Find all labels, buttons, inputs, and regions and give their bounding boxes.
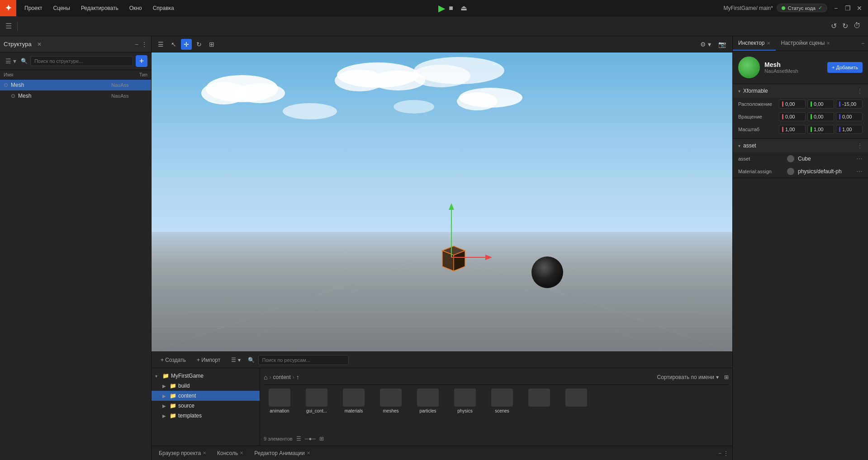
add-node-button[interactable]: + xyxy=(136,55,147,67)
scale-y-field[interactable]: 1,00 xyxy=(807,125,834,134)
upload-button[interactable]: ⏏ xyxy=(460,4,467,12)
file-item-particles[interactable]: particles xyxy=(412,389,444,413)
xformable-header[interactable]: ▾ Xformable ⋮ xyxy=(733,84,868,98)
asset-menu-icon[interactable]: ⋯ xyxy=(856,155,863,162)
panel-minimize-icon[interactable]: − xyxy=(135,41,138,48)
file-item-meshes[interactable]: meshes xyxy=(375,389,407,413)
resource-search-input[interactable] xyxy=(258,355,349,365)
filter-resources-icon[interactable]: ☰ ▾ xyxy=(228,356,244,364)
settings-icon[interactable]: ⚙ ▾ xyxy=(697,39,714,50)
tab-close-icon[interactable]: ✕ xyxy=(203,451,206,455)
tree-item-myfirstgame[interactable]: ▾ 📁 MyFirstGame xyxy=(152,371,260,381)
viewport[interactable] xyxy=(152,52,732,351)
menu-help[interactable]: Справка xyxy=(148,3,179,13)
scene-settings-tab-close[interactable]: ✕ xyxy=(826,41,830,46)
undo-button[interactable]: ↺ xyxy=(829,20,839,32)
structure-search-input[interactable] xyxy=(30,56,133,66)
add-component-button[interactable]: + Добавить xyxy=(827,62,863,73)
grid-view-icon[interactable]: ⊞ xyxy=(319,436,324,442)
inspector-tab-close[interactable]: ✕ xyxy=(767,41,770,46)
tab-project-browser[interactable]: Браузер проекта ✕ xyxy=(155,448,210,458)
material-property-row: Material:assign physics/default-ph ⋯ xyxy=(733,165,868,178)
tab-scene-settings[interactable]: Настройки сцены ✕ xyxy=(776,36,836,51)
sort-button[interactable]: Сортировать по имени ▾ ⊞ xyxy=(657,374,729,380)
rotate-tool-button[interactable]: ↻ xyxy=(194,39,204,50)
position-z-field[interactable]: -15,00 xyxy=(836,100,863,109)
rotation-z-field[interactable]: 0,00 xyxy=(836,112,863,121)
structure-panel: Структура ✕ − ⋮ ☰ ▾ 🔍 + Имя Тип ⊙ Mesh N… xyxy=(0,36,152,460)
file-item-scenes[interactable]: scenes xyxy=(486,389,518,413)
path-content[interactable]: content xyxy=(273,374,290,380)
list-view-icon[interactable]: ☰ xyxy=(296,436,301,442)
project-path: MyFirstGame/ main* xyxy=(723,5,773,11)
tree-item-label: source xyxy=(178,403,194,409)
path-up-button[interactable]: ↑ xyxy=(296,374,299,381)
file-item-extra2[interactable] xyxy=(560,389,592,413)
tree-item-templates[interactable]: ▶ 📁 templates xyxy=(152,411,260,421)
material-menu-icon[interactable]: ⋯ xyxy=(856,168,863,175)
structure-item-mesh1[interactable]: ⊙ Mesh NauAss xyxy=(0,80,151,90)
search-resources-icon: 🔍 xyxy=(248,357,255,363)
viewport-hamburger-icon[interactable]: ☰ xyxy=(155,39,166,50)
bottom-tab-actions: − ⋮ xyxy=(718,450,729,456)
menu-window[interactable]: Окно xyxy=(125,3,147,13)
position-fields: 0,00 0,00 -15,00 xyxy=(779,100,863,109)
select-tool-button[interactable]: ↖ xyxy=(168,39,179,50)
maximize-button[interactable]: ❐ xyxy=(843,3,853,13)
redo-button[interactable]: ↻ xyxy=(840,20,850,32)
rotation-x-field[interactable]: 0,00 xyxy=(779,112,806,121)
file-item-animation[interactable]: animation xyxy=(264,389,295,413)
import-button[interactable]: + Импорт xyxy=(193,356,224,364)
position-x-field[interactable]: 0,00 xyxy=(779,100,806,109)
history-button[interactable]: ⏱ xyxy=(852,20,863,32)
scale-x-field[interactable]: 1,00 xyxy=(779,125,806,134)
asset-section-header[interactable]: ▾ asset ⋮ xyxy=(733,139,868,152)
bottom-minimize-icon[interactable]: − xyxy=(718,450,721,456)
create-button[interactable]: + Создать xyxy=(157,356,190,364)
tab-animation-editor[interactable]: Редактор Анимации ✕ xyxy=(251,448,314,458)
menu-scenes[interactable]: Сцены xyxy=(49,3,75,13)
menu-edit[interactable]: Редактировать xyxy=(76,3,123,13)
tab-close-icon[interactable]: ✕ xyxy=(240,451,243,455)
section-menu-icon[interactable]: ⋮ xyxy=(857,142,863,149)
menu-project[interactable]: Проект xyxy=(20,3,47,13)
rotation-y-field[interactable]: 0,00 xyxy=(807,112,834,121)
tree-item-build[interactable]: ▶ 📁 build xyxy=(152,381,260,391)
x-axis-indicator xyxy=(782,101,783,107)
app-logo[interactable]: ✦ xyxy=(0,0,16,16)
panel-menu-icon[interactable]: ⋮ xyxy=(141,41,147,48)
scale-tool-button[interactable]: ⊞ xyxy=(206,39,217,50)
structure-item-mesh2[interactable]: ⊙ Mesh NauAss xyxy=(0,90,151,101)
close-button[interactable]: ✕ xyxy=(854,3,864,13)
tree-item-content[interactable]: ▶ 📁 content xyxy=(152,391,260,401)
svg-line-18 xyxy=(152,252,442,351)
slider-icon[interactable]: ─●─ xyxy=(305,436,316,442)
filter-icon[interactable]: ☰ ▾ xyxy=(4,57,18,66)
tab-inspector[interactable]: Инспектор ✕ xyxy=(733,36,776,51)
minimize-button[interactable]: − xyxy=(831,3,841,13)
position-y-field[interactable]: 0,00 xyxy=(807,100,834,109)
file-item-extra1[interactable] xyxy=(523,389,555,413)
camera-icon[interactable]: 📷 xyxy=(716,39,729,50)
scale-z-field[interactable]: 1,00 xyxy=(836,125,863,134)
tree-item-source[interactable]: ▶ 📁 source xyxy=(152,401,260,411)
xformable-section: ▾ Xformable ⋮ Расположение 0,00 0,00 xyxy=(733,84,868,139)
structure-panel-close[interactable]: ✕ xyxy=(37,41,42,47)
add-tool-button[interactable]: ✛ xyxy=(181,39,192,50)
position-label: Расположение xyxy=(738,101,779,107)
file-item-gui-cont[interactable]: gui_cont... xyxy=(301,389,332,413)
file-item-materials[interactable]: materials xyxy=(338,389,370,413)
position-z-value: -15,00 xyxy=(842,101,856,107)
bottom-menu-icon[interactable]: ⋮ xyxy=(723,450,729,456)
file-item-physics[interactable]: physics xyxy=(449,389,481,413)
stop-button[interactable]: ■ xyxy=(449,4,453,12)
inspector-minimize-icon[interactable]: − xyxy=(861,40,864,47)
tab-close-icon[interactable]: ✕ xyxy=(307,451,310,455)
grid-view-icon[interactable]: ⊞ xyxy=(724,374,729,380)
play-button[interactable]: ▶ xyxy=(438,3,445,14)
path-up-icon[interactable]: ⌂ xyxy=(264,374,267,381)
sphere-object xyxy=(529,254,565,292)
status-badge[interactable]: Статус кода ✓ xyxy=(777,4,827,12)
section-menu-icon[interactable]: ⋮ xyxy=(857,88,863,94)
tab-console[interactable]: Консоль ✕ xyxy=(213,448,247,458)
